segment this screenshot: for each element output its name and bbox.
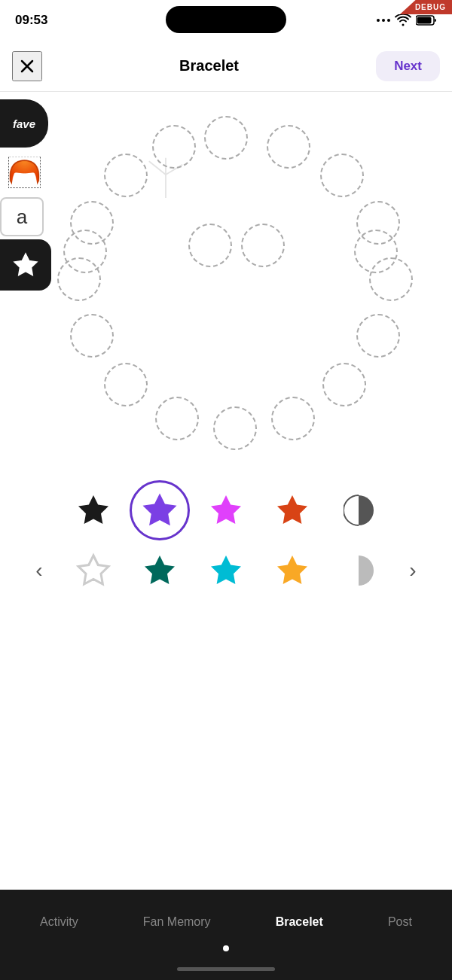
bead-2[interactable] [320, 154, 364, 197]
close-icon [20, 59, 34, 73]
status-bar: 09:53 [0, 0, 452, 41]
svg-marker-11 [277, 495, 307, 524]
bead-17[interactable] [354, 230, 398, 273]
svg-marker-9 [143, 494, 177, 526]
home-indicator [0, 957, 452, 980]
svg-marker-15 [277, 555, 307, 584]
bottom-nav: Activity Fan Memory Bracelet Post [0, 890, 452, 980]
color-purple[interactable] [133, 483, 187, 537]
next-page-arrow[interactable]: › [398, 555, 428, 586]
next-button[interactable]: Next [376, 51, 440, 81]
bead-18[interactable] [188, 224, 232, 267]
color-halfmoon-2[interactable] [331, 543, 386, 598]
nav-post[interactable]: Post [382, 912, 418, 932]
bead-10[interactable] [104, 363, 148, 406]
prev-page-arrow[interactable]: ‹ [24, 555, 54, 586]
color-row-1: ‹ › [24, 483, 428, 537]
battery-icon [416, 15, 437, 26]
color-picker: ‹ › [0, 476, 452, 605]
nav-activity[interactable]: Activity [34, 912, 84, 932]
svg-marker-4 [14, 254, 37, 275]
svg-marker-8 [78, 495, 108, 524]
close-button[interactable] [12, 51, 42, 81]
nav-items: Activity Fan Memory Bracelet Post [0, 890, 452, 945]
svg-marker-13 [145, 555, 175, 584]
bead-16[interactable] [63, 230, 107, 273]
wifi-icon [395, 14, 411, 26]
bead-1[interactable] [267, 125, 310, 169]
bead-7[interactable] [271, 397, 315, 440]
svg-marker-14 [211, 555, 241, 584]
nav-fan-memory[interactable]: Fan Memory [137, 912, 217, 932]
main-content: fave 🦰 a [0, 92, 452, 897]
nav-active-dot [223, 945, 229, 951]
header: Bracelet Next [0, 41, 452, 92]
color-black[interactable] [66, 483, 121, 537]
bead-14[interactable] [104, 154, 148, 197]
tool-hair-button[interactable]: 🦰 [0, 151, 48, 194]
home-bar [177, 967, 275, 971]
color-yellow[interactable] [265, 543, 319, 598]
svg-rect-1 [417, 17, 432, 24]
color-row-2: ‹ › [24, 543, 428, 598]
hair-emoji: 🦰 [8, 157, 41, 188]
svg-marker-12 [78, 555, 108, 584]
status-time: 09:53 [15, 13, 47, 28]
color-cyan[interactable] [199, 543, 253, 598]
svg-marker-10 [211, 495, 241, 524]
status-icons [377, 14, 437, 26]
nav-indicator [0, 945, 452, 957]
color-halfmoon-1[interactable] [331, 483, 386, 537]
bead-0[interactable] [204, 116, 248, 160]
signal-dots [377, 19, 390, 22]
tool-text-button[interactable]: a [0, 197, 44, 236]
page-title: Bracelet [179, 57, 239, 75]
color-white[interactable] [66, 543, 121, 598]
color-red[interactable] [265, 483, 319, 537]
bead-5[interactable] [356, 314, 400, 358]
bead-8[interactable] [213, 406, 257, 450]
bracelet-area [38, 107, 414, 498]
text-label: a [17, 205, 27, 229]
nav-bracelet[interactable]: Bracelet [270, 912, 329, 932]
fave-label: fave [13, 117, 35, 130]
tool-star-button[interactable] [0, 239, 51, 291]
star-tool-icon [12, 251, 39, 278]
tool-fave-button[interactable]: fave [0, 99, 48, 148]
bead-11[interactable] [70, 314, 114, 358]
color-green[interactable] [133, 543, 187, 598]
bead-9[interactable] [155, 397, 199, 440]
bead-6[interactable] [322, 363, 366, 406]
color-pink[interactable] [199, 483, 253, 537]
bead-15[interactable] [152, 125, 196, 169]
status-notch [166, 6, 286, 33]
bead-19[interactable] [241, 224, 285, 267]
sidebar-tools: fave 🦰 a [0, 99, 51, 291]
